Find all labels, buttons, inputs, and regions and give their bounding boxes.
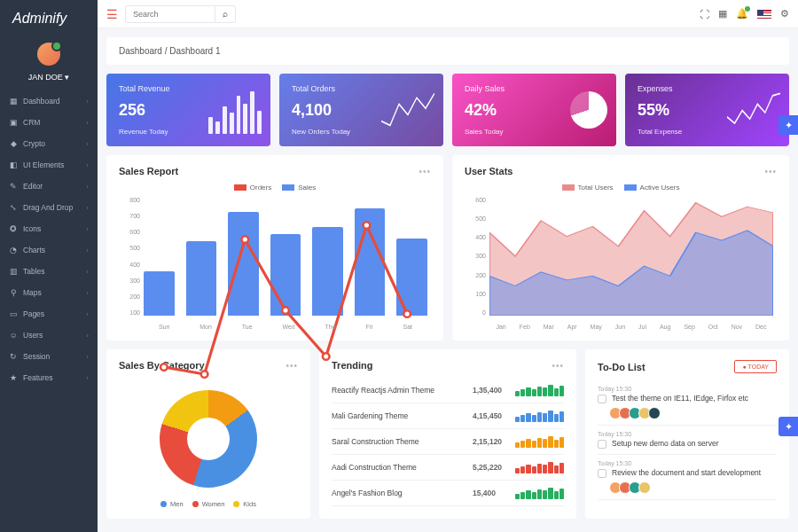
trending-name: Reactify Reactjs Admin Theme xyxy=(332,386,473,395)
bar xyxy=(270,234,301,316)
assignee-avatars xyxy=(612,481,777,494)
trending-item[interactable]: Saral Construction Theme 2,15,120 xyxy=(332,429,564,455)
trending-value: 15,400 xyxy=(473,489,515,497)
bar xyxy=(396,239,427,316)
checkbox[interactable] xyxy=(598,395,606,403)
nav-label: Icons xyxy=(23,224,41,233)
nav-item[interactable]: ☺ Users › xyxy=(0,325,98,346)
panel-menu-icon[interactable]: ••• xyxy=(552,361,564,371)
panel-title: Sales By Category xyxy=(119,360,205,371)
nav-item[interactable]: ▥ Tables › xyxy=(0,261,98,282)
chevron-right-icon: › xyxy=(86,332,89,340)
bar xyxy=(186,241,217,316)
notifications-icon[interactable]: 🔔 xyxy=(736,8,748,20)
chevron-right-icon: › xyxy=(86,183,89,191)
fullscreen-icon[interactable]: ⛶ xyxy=(700,9,709,20)
panel-menu-icon[interactable]: ••• xyxy=(286,361,298,371)
nav-item[interactable]: ◔ Charts › xyxy=(0,239,98,261)
nav-icon: ◧ xyxy=(9,160,18,169)
nav-icon: ◆ xyxy=(9,139,18,148)
user-stats-panel: User Stats ••• Total UsersActive Users 6… xyxy=(452,155,789,340)
trending-name: Mali Gardening Theme xyxy=(332,411,473,420)
panel-title: Sales Report xyxy=(119,166,178,176)
chevron-right-icon: › xyxy=(86,225,89,233)
nav-label: Features xyxy=(23,373,53,382)
legend-item: Kids xyxy=(233,500,256,508)
todo-text: Review the document and start developmen… xyxy=(612,468,761,478)
trending-item[interactable]: Reactify Reactjs Admin Theme 1,35,400 xyxy=(332,378,564,403)
username: JAN DOE ▾ xyxy=(28,73,70,82)
legend-item: Orders xyxy=(234,184,271,192)
checkbox[interactable] xyxy=(598,440,606,449)
chevron-right-icon: › xyxy=(86,310,89,318)
sidebar: Adminify JAN DOE ▾ ▦ Dashboard › ▣ CRM ›… xyxy=(0,0,98,532)
bar xyxy=(355,208,386,316)
fab-button[interactable]: ✦ xyxy=(778,417,798,436)
trending-name: Saral Construction Theme xyxy=(332,437,473,446)
legend-item: Active Users xyxy=(624,184,680,192)
search-input[interactable] xyxy=(126,10,215,19)
todo-time: Today 15:30 xyxy=(598,386,777,392)
nav-icon: ▭ xyxy=(9,309,18,318)
sparkline xyxy=(515,410,564,422)
settings-icon[interactable]: ⚙ xyxy=(780,8,789,20)
nav-item[interactable]: ▦ Dashboard › xyxy=(0,90,98,112)
nav-icon: ☺ xyxy=(9,331,18,340)
nav-item[interactable]: ✎ Editor › xyxy=(0,176,98,197)
stat-card[interactable]: Expenses 55% Total Expense xyxy=(625,74,789,146)
nav-item[interactable]: ↻ Session › xyxy=(0,346,98,367)
trending-item[interactable]: Mali Gardening Theme 4,15,450 xyxy=(332,403,564,429)
nav-item[interactable]: ⚲ Maps › xyxy=(0,282,98,303)
stat-card[interactable]: Daily Sales 42% Sales Today xyxy=(452,74,616,146)
sparkline xyxy=(515,435,564,448)
todo-item: Today 15:30 Review the document and star… xyxy=(598,455,777,500)
panel-menu-icon[interactable]: ••• xyxy=(764,167,777,176)
search-button[interactable]: ⌕ xyxy=(215,6,235,22)
nav-label: Drag And Drop xyxy=(23,203,73,212)
nav-icon: ⚲ xyxy=(9,288,18,297)
todo-text: Setup new demo data on server xyxy=(612,439,719,449)
user-profile[interactable]: JAN DOE ▾ xyxy=(0,37,98,90)
nav-icon: ◔ xyxy=(9,246,18,254)
todo-item: Today 15:30 Setup new demo data on serve… xyxy=(598,426,777,455)
nav-icon: ✎ xyxy=(9,182,18,191)
stat-card[interactable]: Total Orders 4,100 New Orders Today xyxy=(279,74,443,146)
panel-menu-icon[interactable]: ••• xyxy=(419,167,431,176)
today-button[interactable]: ● TODAY xyxy=(734,360,777,373)
chevron-right-icon: › xyxy=(86,161,89,169)
language-flag[interactable] xyxy=(757,10,771,19)
nav-label: Pages xyxy=(23,309,44,318)
nav-icon: ▥ xyxy=(9,267,18,276)
chevron-right-icon: › xyxy=(86,204,89,212)
panel-title: To-Do List xyxy=(598,362,645,372)
stat-card[interactable]: Total Revenue 256 Revenue Today xyxy=(106,74,270,146)
trending-value: 4,15,450 xyxy=(473,411,515,420)
trending-item[interactable]: Aadi Construction Theme 5,25,220 xyxy=(332,455,564,481)
checkbox[interactable] xyxy=(598,469,606,478)
nav-icon: ✪ xyxy=(9,224,18,233)
nav-item[interactable]: ✪ Icons › xyxy=(0,218,98,239)
breadcrumb: Dashboard / Dashboard 1 xyxy=(106,37,789,65)
nav-label: Maps xyxy=(23,288,42,297)
nav-icon: ▦ xyxy=(9,97,18,106)
apps-icon[interactable]: ▦ xyxy=(718,8,727,20)
nav-item[interactable]: ⤡ Drag And Drop › xyxy=(0,197,98,218)
sparkline xyxy=(515,487,564,499)
menu-toggle-icon[interactable]: ☰ xyxy=(106,7,118,21)
trending-name: Angel's Fashion Blog xyxy=(332,489,473,497)
nav-item[interactable]: ◆ Crypto › xyxy=(0,133,98,154)
legend-item: Total Users xyxy=(562,184,614,192)
trending-item[interactable]: Angel's Fashion Blog 15,400 xyxy=(332,481,564,506)
fab-button[interactable]: ✦ xyxy=(778,115,798,135)
nav-icon: ★ xyxy=(9,373,18,382)
nav-item[interactable]: ▭ Pages › xyxy=(0,303,98,325)
nav-label: Session xyxy=(23,352,50,361)
nav-item[interactable]: ★ Features › xyxy=(0,367,98,388)
assignee-avatars xyxy=(612,407,777,419)
chevron-right-icon: › xyxy=(86,268,89,276)
nav-item[interactable]: ◧ UI Elements › xyxy=(0,154,98,176)
search-box: ⌕ xyxy=(125,5,236,23)
sparkline xyxy=(515,384,564,396)
nav-item[interactable]: ▣ CRM › xyxy=(0,112,98,133)
chevron-right-icon: › xyxy=(86,246,89,254)
